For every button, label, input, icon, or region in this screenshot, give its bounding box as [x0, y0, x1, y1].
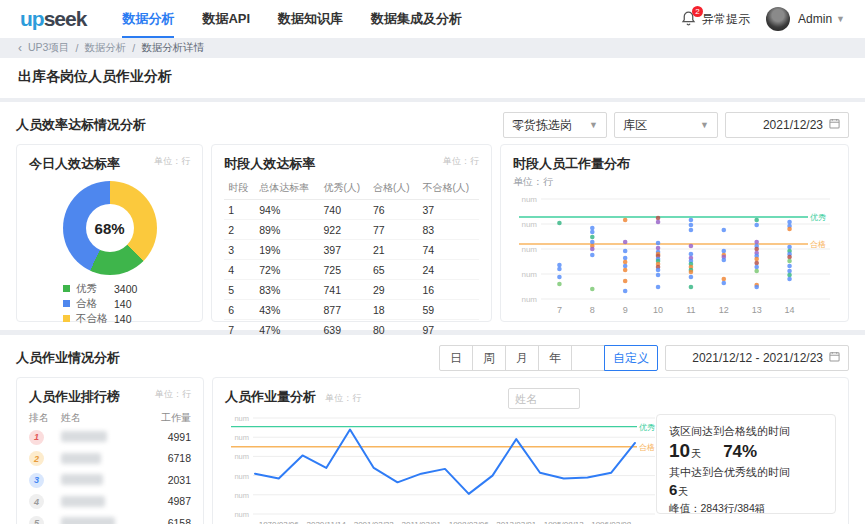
table-cell: 77 [369, 220, 418, 240]
svg-text:1996/02/08: 1996/02/08 [591, 520, 632, 524]
legend-item: 不合格140 [63, 311, 190, 326]
table-row: 319%3972174 [224, 240, 479, 260]
chevron-down-icon: ▼ [700, 120, 709, 130]
donut-chart: 68% [63, 181, 157, 275]
table-cell: 94% [255, 200, 319, 220]
logo-part-seek: seek [44, 7, 87, 30]
ranking-row: 14991 [29, 426, 191, 448]
svg-text:num: num [521, 195, 537, 204]
svg-text:11: 11 [686, 305, 695, 315]
blurred-name [61, 453, 101, 464]
date-range-picker[interactable]: 2021/12/12 - 2021/12/23 [665, 345, 849, 371]
alert-label[interactable]: 异常提示 [702, 11, 750, 28]
table-row: 643%8771859 [224, 300, 479, 320]
breadcrumb-item-analysis[interactable]: 数据分析 [84, 41, 126, 55]
svg-text:num: num [234, 472, 249, 481]
table-row: 583%7412916 [224, 280, 479, 300]
breadcrumb-separator: / [132, 42, 135, 54]
notification-badge: 2 [692, 6, 703, 17]
page-title-bar: 出库各岗位人员作业分析 [0, 58, 865, 102]
post-select[interactable]: 零货拣选岗 ▼ [503, 112, 607, 138]
table-cell: 83% [255, 280, 319, 300]
logo-part-up: up [20, 7, 44, 30]
tab-自定义[interactable]: 自定义 [604, 345, 658, 371]
chevron-down-icon[interactable]: ▼ [836, 14, 845, 24]
excellent-time-label: 其中达到合优秀线的时间 [669, 465, 823, 480]
card-title: 时段人效达标率 [224, 155, 315, 173]
back-arrow-icon[interactable]: ‹ [18, 41, 22, 55]
date-range-value: 2021/12/12 - 2021/12/23 [692, 351, 823, 365]
page-title: 出库各岗位人员作业分析 [18, 68, 172, 84]
line-chart: numnumnumnumnumnum优秀合格1970/03/062020/11/… [225, 412, 661, 524]
table-row: 472%7256524 [224, 260, 479, 280]
table-cell: 37 [418, 200, 479, 220]
ranking-rows: 1499126718320314498756158 [29, 426, 191, 524]
work-section: 人员作业情况分析 日周月年自定义 2021/12/12 - 2021/12/23… [0, 335, 865, 524]
breadcrumb: ‹ UP3项目 / 数据分析 / 数据分析详情 [0, 38, 865, 58]
svg-text:8: 8 [590, 305, 595, 315]
nav-item-knowledge-base[interactable]: 数据知识库 [278, 0, 343, 38]
legend-item: 优秀3400 [63, 281, 190, 296]
card-title: 今日人效达标率 [29, 155, 120, 173]
svg-text:合格: 合格 [639, 443, 655, 452]
legend-swatch [63, 315, 70, 322]
unit-label: 单位：行 [443, 155, 479, 168]
column-header: 总体达标率 [255, 177, 319, 200]
user-name[interactable]: Admin [798, 12, 832, 26]
svg-text:合格: 合格 [810, 240, 826, 249]
svg-text:7: 7 [557, 305, 562, 315]
chevron-down-icon: ▼ [589, 120, 598, 130]
table-row: 747%6398097 [224, 320, 479, 340]
app-logo[interactable]: upseek [20, 7, 86, 31]
name-search-input[interactable] [508, 388, 580, 409]
scatter-chart: numnumnumnumnum7891011121314优秀合格 [513, 191, 836, 319]
ranking-row: 26718 [29, 448, 191, 470]
legend-label: 不合格 [76, 312, 114, 326]
section-title-efficiency: 人员效率达标情况分析 [16, 116, 146, 134]
user-avatar[interactable] [766, 7, 790, 31]
tab-月[interactable]: 月 [505, 345, 539, 371]
tab-周[interactable]: 周 [472, 345, 506, 371]
legend-item: 合格140 [63, 296, 190, 311]
nav-item-data-api[interactable]: 数据API [202, 0, 250, 38]
breadcrumb-item-detail: 数据分析详情 [141, 41, 204, 55]
qualified-time-label: 该区间达到合格线的时间 [669, 424, 823, 439]
table-cell: 2 [224, 220, 255, 240]
rank-badge: 3 [29, 473, 44, 488]
table-cell: 725 [319, 260, 368, 280]
table-cell: 740 [319, 200, 368, 220]
date-value: 2021/12/23 [763, 118, 823, 132]
card-title: 人员作业排行榜 [29, 388, 120, 406]
table-cell: 80 [369, 320, 418, 340]
unit-label: 单位：行 [154, 155, 190, 168]
table-cell: 3 [224, 240, 255, 260]
rank-badge: 2 [29, 451, 44, 466]
rank-badge: 4 [29, 494, 44, 509]
svg-text:2011/03/01: 2011/03/01 [402, 520, 442, 524]
svg-text:2013/03/01: 2013/03/01 [496, 520, 537, 524]
date-picker[interactable]: 2021/12/23 [725, 112, 849, 138]
rank-badge: 1 [29, 430, 44, 445]
days-unit: 天 [691, 447, 701, 461]
period-tab-group: 日周月年自定义 [439, 345, 658, 371]
column-header: 合格(人) [369, 177, 418, 200]
svg-text:2020/11/14: 2020/11/14 [307, 520, 347, 524]
period-rate-table: 时段总体达标率优秀(人)合格(人)不合格(人) 194%7407637289%9… [224, 177, 479, 339]
breadcrumb-item-project[interactable]: UP3项目 [28, 41, 69, 55]
column-header: 时段 [224, 177, 255, 200]
card-title: 人员作业量分析 [225, 389, 316, 404]
period-table-body: 194%7407637289%9227783319%3972174472%725… [224, 200, 479, 340]
area-select[interactable]: 库区 ▼ [614, 112, 718, 138]
excellent-days: 6 [669, 481, 677, 498]
table-cell: 24 [418, 260, 479, 280]
tab-日[interactable]: 日 [439, 345, 473, 371]
top-nav-bar: upseek 数据分析 数据API 数据知识库 数据集成及分析 2 异常提示 A… [0, 0, 865, 38]
donut-legend: 优秀3400合格140不合格140 [63, 281, 190, 326]
worker-ranking-card: 人员作业排行榜 单位：行 排名 姓名 工作量 14991267183203144… [16, 377, 204, 524]
tab-empty[interactable] [571, 345, 605, 371]
peak-value: 2843行/384箱 [701, 502, 766, 514]
nav-item-data-analysis[interactable]: 数据分析 [122, 0, 174, 38]
nav-item-integration[interactable]: 数据集成及分析 [371, 0, 462, 38]
tab-年[interactable]: 年 [538, 345, 572, 371]
notification-bell-icon[interactable]: 2 [680, 10, 698, 28]
